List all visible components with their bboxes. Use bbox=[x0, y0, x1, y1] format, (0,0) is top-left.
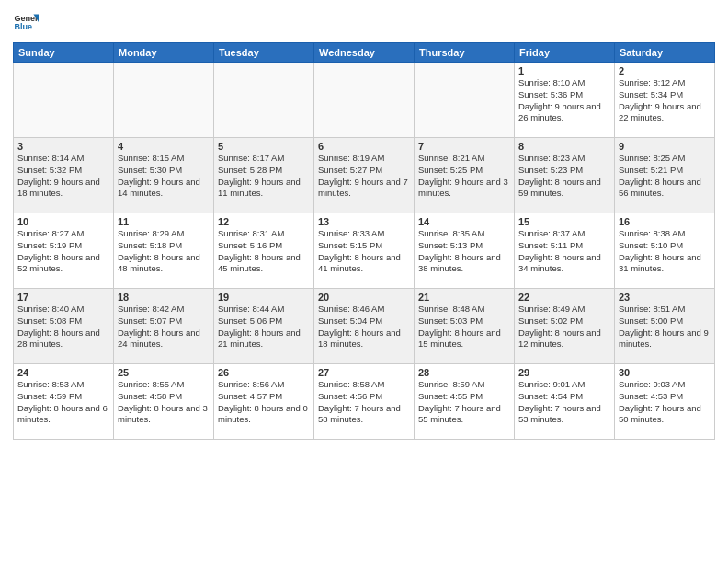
empty-cell bbox=[314, 63, 415, 138]
day-number: 21 bbox=[418, 292, 510, 303]
day-info: Sunrise: 8:33 AM Sunset: 5:15 PM Dayligh… bbox=[318, 228, 410, 275]
day-number: 26 bbox=[218, 367, 310, 378]
day-number: 25 bbox=[118, 367, 210, 378]
day-cell-23: 23Sunrise: 8:51 AM Sunset: 5:00 PM Dayli… bbox=[615, 289, 715, 364]
day-number: 6 bbox=[318, 141, 410, 152]
col-header-saturday: Saturday bbox=[615, 43, 715, 63]
day-info: Sunrise: 8:37 AM Sunset: 5:11 PM Dayligh… bbox=[518, 228, 610, 275]
day-info: Sunrise: 8:38 AM Sunset: 5:10 PM Dayligh… bbox=[619, 228, 711, 275]
day-info: Sunrise: 9:03 AM Sunset: 4:53 PM Dayligh… bbox=[619, 379, 711, 426]
day-info: Sunrise: 8:14 AM Sunset: 5:32 PM Dayligh… bbox=[17, 153, 109, 200]
col-header-sunday: Sunday bbox=[14, 43, 114, 63]
day-number: 14 bbox=[418, 216, 510, 227]
empty-cell bbox=[415, 63, 515, 138]
day-cell-15: 15Sunrise: 8:37 AM Sunset: 5:11 PM Dayli… bbox=[515, 213, 615, 289]
day-cell-6: 6Sunrise: 8:19 AM Sunset: 5:27 PM Daylig… bbox=[314, 138, 415, 213]
day-info: Sunrise: 8:31 AM Sunset: 5:16 PM Dayligh… bbox=[218, 228, 310, 275]
day-cell-26: 26Sunrise: 8:56 AM Sunset: 4:57 PM Dayli… bbox=[214, 364, 314, 440]
day-number: 12 bbox=[218, 216, 310, 227]
day-number: 15 bbox=[518, 216, 610, 227]
day-number: 5 bbox=[218, 141, 310, 152]
day-number: 17 bbox=[17, 292, 109, 303]
day-number: 22 bbox=[518, 292, 610, 303]
day-number: 18 bbox=[118, 292, 210, 303]
day-info: Sunrise: 8:44 AM Sunset: 5:06 PM Dayligh… bbox=[218, 304, 310, 350]
day-cell-28: 28Sunrise: 8:59 AM Sunset: 4:55 PM Dayli… bbox=[415, 364, 515, 440]
col-header-friday: Friday bbox=[515, 43, 615, 63]
calendar: SundayMondayTuesdayWednesdayThursdayFrid… bbox=[13, 42, 715, 440]
day-cell-29: 29Sunrise: 9:01 AM Sunset: 4:54 PM Dayli… bbox=[515, 364, 615, 440]
day-info: Sunrise: 8:12 AM Sunset: 5:34 PM Dayligh… bbox=[619, 77, 711, 124]
day-info: Sunrise: 8:15 AM Sunset: 5:30 PM Dayligh… bbox=[118, 153, 210, 200]
day-info: Sunrise: 8:27 AM Sunset: 5:19 PM Dayligh… bbox=[17, 228, 109, 275]
day-info: Sunrise: 8:42 AM Sunset: 5:07 PM Dayligh… bbox=[118, 304, 210, 350]
logo: General Blue bbox=[13, 9, 39, 35]
day-info: Sunrise: 9:01 AM Sunset: 4:54 PM Dayligh… bbox=[518, 379, 610, 426]
day-cell-17: 17Sunrise: 8:40 AM Sunset: 5:08 PM Dayli… bbox=[14, 289, 114, 364]
day-cell-10: 10Sunrise: 8:27 AM Sunset: 5:19 PM Dayli… bbox=[14, 213, 114, 289]
day-cell-11: 11Sunrise: 8:29 AM Sunset: 5:18 PM Dayli… bbox=[114, 213, 214, 289]
day-cell-27: 27Sunrise: 8:58 AM Sunset: 4:56 PM Dayli… bbox=[314, 364, 415, 440]
day-info: Sunrise: 8:35 AM Sunset: 5:13 PM Dayligh… bbox=[418, 228, 510, 275]
day-number: 7 bbox=[418, 141, 510, 152]
day-info: Sunrise: 8:48 AM Sunset: 5:03 PM Dayligh… bbox=[418, 304, 510, 350]
day-cell-18: 18Sunrise: 8:42 AM Sunset: 5:07 PM Dayli… bbox=[114, 289, 214, 364]
day-cell-2: 2Sunrise: 8:12 AM Sunset: 5:34 PM Daylig… bbox=[615, 63, 715, 138]
day-info: Sunrise: 8:29 AM Sunset: 5:18 PM Dayligh… bbox=[118, 228, 210, 275]
day-number: 20 bbox=[318, 292, 410, 303]
day-number: 9 bbox=[619, 141, 711, 152]
day-number: 2 bbox=[619, 65, 711, 76]
day-cell-21: 21Sunrise: 8:48 AM Sunset: 5:03 PM Dayli… bbox=[415, 289, 515, 364]
day-number: 10 bbox=[17, 216, 109, 227]
day-info: Sunrise: 8:21 AM Sunset: 5:25 PM Dayligh… bbox=[418, 153, 510, 200]
day-number: 13 bbox=[318, 216, 410, 227]
day-number: 23 bbox=[619, 292, 711, 303]
day-info: Sunrise: 8:49 AM Sunset: 5:02 PM Dayligh… bbox=[518, 304, 610, 350]
day-info: Sunrise: 8:17 AM Sunset: 5:28 PM Dayligh… bbox=[218, 153, 310, 200]
day-info: Sunrise: 8:23 AM Sunset: 5:23 PM Dayligh… bbox=[518, 153, 610, 200]
day-number: 16 bbox=[619, 216, 711, 227]
day-info: Sunrise: 8:19 AM Sunset: 5:27 PM Dayligh… bbox=[318, 153, 410, 200]
day-info: Sunrise: 8:10 AM Sunset: 5:36 PM Dayligh… bbox=[518, 77, 610, 124]
day-info: Sunrise: 8:46 AM Sunset: 5:04 PM Dayligh… bbox=[318, 304, 410, 350]
day-number: 4 bbox=[118, 141, 210, 152]
day-number: 3 bbox=[17, 141, 109, 152]
day-cell-22: 22Sunrise: 8:49 AM Sunset: 5:02 PM Dayli… bbox=[515, 289, 615, 364]
empty-cell bbox=[214, 63, 314, 138]
day-cell-25: 25Sunrise: 8:55 AM Sunset: 4:58 PM Dayli… bbox=[114, 364, 214, 440]
day-cell-12: 12Sunrise: 8:31 AM Sunset: 5:16 PM Dayli… bbox=[214, 213, 314, 289]
day-cell-3: 3Sunrise: 8:14 AM Sunset: 5:32 PM Daylig… bbox=[14, 138, 114, 213]
day-number: 27 bbox=[318, 367, 410, 378]
day-info: Sunrise: 8:40 AM Sunset: 5:08 PM Dayligh… bbox=[17, 304, 109, 350]
col-header-monday: Monday bbox=[114, 43, 214, 63]
day-number: 8 bbox=[518, 141, 610, 152]
day-number: 30 bbox=[619, 367, 711, 378]
day-info: Sunrise: 8:25 AM Sunset: 5:21 PM Dayligh… bbox=[619, 153, 711, 200]
day-number: 19 bbox=[218, 292, 310, 303]
day-cell-24: 24Sunrise: 8:53 AM Sunset: 4:59 PM Dayli… bbox=[14, 364, 114, 440]
day-cell-14: 14Sunrise: 8:35 AM Sunset: 5:13 PM Dayli… bbox=[415, 213, 515, 289]
day-cell-19: 19Sunrise: 8:44 AM Sunset: 5:06 PM Dayli… bbox=[214, 289, 314, 364]
day-number: 1 bbox=[518, 65, 610, 76]
col-header-wednesday: Wednesday bbox=[314, 43, 415, 63]
day-number: 24 bbox=[17, 367, 109, 378]
day-number: 11 bbox=[118, 216, 210, 227]
day-cell-5: 5Sunrise: 8:17 AM Sunset: 5:28 PM Daylig… bbox=[214, 138, 314, 213]
day-number: 29 bbox=[518, 367, 610, 378]
day-cell-20: 20Sunrise: 8:46 AM Sunset: 5:04 PM Dayli… bbox=[314, 289, 415, 364]
day-info: Sunrise: 8:51 AM Sunset: 5:00 PM Dayligh… bbox=[619, 304, 711, 350]
col-header-tuesday: Tuesday bbox=[214, 43, 314, 63]
col-header-thursday: Thursday bbox=[415, 43, 515, 63]
day-info: Sunrise: 8:53 AM Sunset: 4:59 PM Dayligh… bbox=[17, 379, 109, 426]
day-info: Sunrise: 8:58 AM Sunset: 4:56 PM Dayligh… bbox=[318, 379, 410, 426]
day-cell-13: 13Sunrise: 8:33 AM Sunset: 5:15 PM Dayli… bbox=[314, 213, 415, 289]
day-info: Sunrise: 8:56 AM Sunset: 4:57 PM Dayligh… bbox=[218, 379, 310, 426]
day-cell-9: 9Sunrise: 8:25 AM Sunset: 5:21 PM Daylig… bbox=[615, 138, 715, 213]
empty-cell bbox=[114, 63, 214, 138]
day-cell-1: 1Sunrise: 8:10 AM Sunset: 5:36 PM Daylig… bbox=[515, 63, 615, 138]
day-cell-16: 16Sunrise: 8:38 AM Sunset: 5:10 PM Dayli… bbox=[615, 213, 715, 289]
day-info: Sunrise: 8:55 AM Sunset: 4:58 PM Dayligh… bbox=[118, 379, 210, 426]
day-cell-30: 30Sunrise: 9:03 AM Sunset: 4:53 PM Dayli… bbox=[615, 364, 715, 440]
svg-text:Blue: Blue bbox=[14, 22, 32, 31]
day-cell-4: 4Sunrise: 8:15 AM Sunset: 5:30 PM Daylig… bbox=[114, 138, 214, 213]
